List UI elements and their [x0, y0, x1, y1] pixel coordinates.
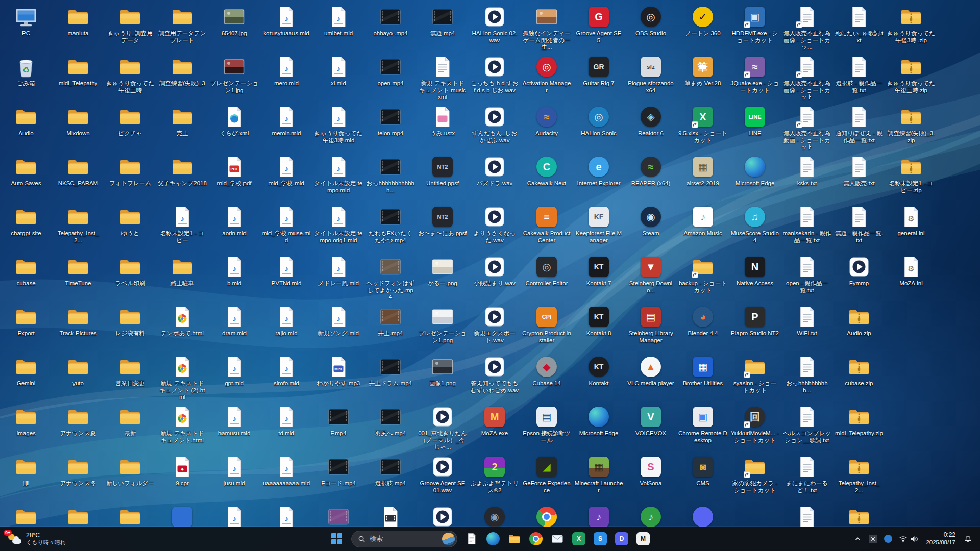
desktop-icon[interactable]: 新規 テキストドキュメント.html — [156, 402, 208, 452]
taskbar-excel-button[interactable]: X — [569, 529, 589, 549]
desktop-icon[interactable]: HALion Sonic 02.wav — [469, 2, 521, 52]
desktop-icon[interactable]: Audio.zip — [833, 302, 885, 352]
taskbar-file-explorer-button[interactable] — [504, 529, 525, 549]
start-button[interactable] — [327, 529, 347, 549]
desktop-icon[interactable]: くらび.xml — [208, 102, 260, 152]
desktop-icon[interactable]: よりうさくなった.wav — [469, 202, 521, 252]
desktop-icon[interactable]: Audio — [0, 102, 52, 152]
desktop-icon[interactable]: jijii — [0, 452, 52, 502]
desktop-icon[interactable] — [364, 502, 416, 527]
desktop-icon[interactable]: フォトフレーム — [104, 152, 156, 202]
desktop-icon[interactable]: open - 親作品一覧.txt — [781, 252, 833, 302]
desktop-icon[interactable]: きゅうり食ってた午後三時 — [104, 52, 156, 102]
desktop-icon[interactable]: 選択肢 - 親作品一覧.txt — [833, 52, 885, 102]
desktop-icon[interactable]: 無題 - 親作品一覧.txt — [833, 202, 885, 252]
weather-widget[interactable]: 9+ 28°C くもり時々晴れ — [0, 527, 73, 551]
desktop-icon[interactable]: ♪mid_学校 muse.mid — [260, 202, 312, 252]
desktop-icon[interactable]: ♪kotusytuaaus.mid — [260, 2, 312, 52]
desktop-icon[interactable]: レジ袋有料 — [104, 302, 156, 352]
desktop-icon[interactable] — [52, 502, 104, 527]
desktop-icon[interactable]: ずんだもん_しおかぜふ.wav — [469, 102, 521, 152]
desktop-icon[interactable]: 新規エクスポート.wav — [469, 302, 521, 352]
desktop-icon[interactable]: パズドラ.wav — [469, 152, 521, 202]
desktop-icon[interactable]: ♪ — [260, 502, 312, 527]
desktop-icon[interactable] — [416, 502, 469, 527]
desktop-icon[interactable]: SVoiSona — [625, 452, 677, 502]
taskbar-discord-button[interactable]: D — [611, 529, 632, 549]
desktop-icon[interactable]: かるー.png — [416, 252, 469, 302]
desktop-icon[interactable]: 井上.mp4 — [364, 302, 416, 352]
taskbar-skype-button[interactable]: S — [590, 529, 610, 549]
desktop-icon[interactable]: Telepathy_Inst_2... — [833, 452, 885, 502]
desktop-icon[interactable]: 売上 — [156, 102, 208, 152]
hidden-icons-button[interactable] — [850, 529, 865, 549]
desktop-icon[interactable]: ▣HDDFMT.exe - ショートカット — [729, 2, 781, 52]
desktop-icon[interactable]: ♪dram.mid — [208, 302, 260, 352]
desktop-icon[interactable]: 家の防犯カメラ - ショートカット — [729, 452, 781, 502]
taskbar-chrome-button[interactable] — [526, 529, 546, 549]
taskbar-notepad-button[interactable] — [461, 529, 482, 549]
desktop-icon[interactable]: おっhhhhhhhhhhhh... — [364, 152, 416, 202]
desktop-icon[interactable]: ◆9.cpr — [156, 452, 208, 502]
desktop-icon[interactable]: 新しいフォルダー — [104, 452, 156, 502]
desktop-icon[interactable]: NT2Untitled.ppsf — [416, 152, 469, 202]
desktop-icon[interactable]: ♪Amazon Music — [677, 202, 729, 252]
desktop-icon[interactable]: ♪b.mid — [208, 252, 260, 302]
desktop-icon[interactable]: ◎Activation Manager — [521, 52, 573, 102]
desktop-icon[interactable]: プレゼンテーション1.jpg — [208, 52, 260, 102]
desktop-icon[interactable]: Export — [0, 302, 52, 352]
desktop-icon[interactable]: こっちも h d すお f d s b じお.wav — [469, 52, 521, 102]
desktop-icon[interactable]: Microsoft Edge — [729, 152, 781, 202]
taskbar-edge-button[interactable] — [483, 529, 503, 549]
desktop-icon[interactable]: 通知りぼぜえ - 親作品一覧.txt — [833, 102, 885, 152]
desktop-icon[interactable]: ♪タイトル未設定.tempo.orig1.mid — [312, 202, 364, 252]
desktop-icon[interactable]: TimeTune — [52, 252, 104, 302]
desktop-icon[interactable]: 無人販売.txt — [833, 152, 885, 202]
desktop-icon[interactable]: 無人販売不正行為画像 - ショートカッ... — [781, 2, 833, 52]
desktop-icon[interactable]: ♪ — [625, 502, 677, 527]
desktop-icon[interactable]: CPICrypton Product Installer — [521, 302, 573, 352]
desktop-icon[interactable]: manisekarin - 親作品一覧.txt — [781, 202, 833, 252]
desktop-icon[interactable]: WIFI.txt — [781, 302, 833, 352]
desktop-icon[interactable]: chatgpt-site — [0, 202, 52, 252]
desktop-icon[interactable]: ♪gpt.mid — [208, 352, 260, 402]
desktop-icon[interactable]: ♪PVTNd.mid — [260, 252, 312, 302]
desktop-icon[interactable]: KTKontakt — [573, 352, 625, 402]
desktop-icon[interactable]: Fコード.mp4 — [312, 452, 364, 502]
desktop-icon[interactable] — [104, 502, 156, 527]
desktop-icon[interactable]: ◆Cubase 14 — [521, 352, 573, 402]
desktop-icon[interactable]: Groove Agent SE 01.wav — [416, 452, 469, 502]
desktop-icon[interactable]: 死にたい_ゅ歌詞.txt — [833, 2, 885, 52]
search-daily-image[interactable] — [442, 533, 455, 545]
tray-app-button-1[interactable] — [866, 529, 880, 549]
desktop-icon[interactable]: 調査練習(失敗)_3 — [156, 52, 208, 102]
desktop-icon[interactable]: 小銭詰まり.wav — [469, 252, 521, 302]
desktop-icon[interactable]: ♪新規ソング.mid — [312, 302, 364, 352]
desktop-icon[interactable]: ▲VLC media player — [625, 352, 677, 402]
desktop-icon[interactable] — [781, 502, 833, 527]
desktop-icon[interactable]: GRGuitar Rig 7 — [573, 52, 625, 102]
desktop-icon[interactable] — [0, 502, 52, 527]
desktop-icon[interactable]: ♪きゅうり食ってた午後3時.mid — [312, 102, 364, 152]
desktop-icon[interactable]: ♫MuseScore Studio 4 — [729, 202, 781, 252]
desktop-icon[interactable]: アナウンス夏 — [52, 402, 104, 452]
desktop-icon[interactable]: KTKontakt 7 — [573, 252, 625, 302]
desktop-icon[interactable]: 井上ドラム.mp4 — [364, 352, 416, 402]
desktop-icon[interactable]: LINELINE — [729, 102, 781, 152]
desktop-icon[interactable]: ohhayo-.mp4 — [364, 2, 416, 52]
desktop-icon[interactable]: ◉Steam — [625, 202, 677, 252]
desktop-icon[interactable]: 調査用データテンプレート — [156, 2, 208, 52]
desktop-icon[interactable]: backup - ショートカット — [677, 252, 729, 302]
notification-bell-button[interactable] — [961, 529, 975, 549]
desktop-icon[interactable]: 筆筆まめ Ver.28 — [677, 52, 729, 102]
desktop-icon[interactable]: ◎HALion Sonic — [573, 102, 625, 152]
desktop-icon[interactable]: Telepathy_Inst_2... — [52, 202, 104, 252]
desktop-icon[interactable]: ◎Controller Editor — [521, 252, 573, 302]
desktop-icon[interactable]: ♪td.mid — [260, 402, 312, 452]
desktop-icon[interactable]: teion.mp4 — [364, 102, 416, 152]
desktop-icon[interactable]: Mixdown — [52, 102, 104, 152]
desktop-icon[interactable]: 名称未設定1 - コピー.zip — [885, 152, 937, 202]
desktop-icon[interactable]: MP3わかりやす.mp3 — [312, 352, 364, 402]
desktop-icon[interactable]: うみ.ustx — [416, 102, 469, 152]
desktop-icon[interactable]: ♪uaaaaaaaaaa.mid — [260, 452, 312, 502]
